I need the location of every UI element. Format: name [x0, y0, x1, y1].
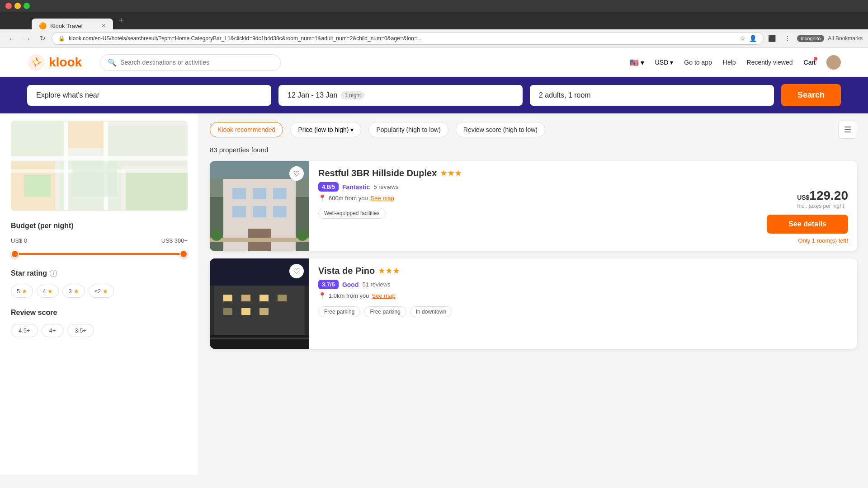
budget-slider[interactable]: [11, 249, 188, 258]
see-map-link-2[interactable]: See map: [372, 292, 396, 299]
star-icon: ★: [74, 288, 79, 295]
rooms-left-1: Only 1 room(s) left!: [798, 237, 848, 244]
price-block-1: US$129.20 Incl. taxes per night: [797, 188, 848, 215]
results-area: Klook recommended Price (low to high) ▾ …: [199, 113, 868, 475]
address-bar-actions: ☆ 👤: [740, 35, 757, 42]
property-card-2[interactable]: ♡ Vista de Pino ★ ★ ★ 3.7/5 Good 51 r: [210, 258, 857, 349]
profile-icon[interactable]: 👤: [749, 35, 757, 42]
language-selector[interactable]: 🇺🇸 ▾: [630, 58, 644, 67]
forward-button[interactable]: →: [21, 32, 33, 45]
svg-point-0: [28, 54, 44, 70]
flag-icon: 🇺🇸: [630, 58, 639, 67]
currency-label: USD: [655, 59, 669, 66]
klook-logo[interactable]: klook: [27, 53, 82, 71]
filter-icon-btn[interactable]: ☰: [838, 121, 857, 139]
sort-recommended-btn[interactable]: Klook recommended: [210, 122, 283, 137]
svg-rect-38: [210, 335, 309, 349]
map-preview[interactable]: [11, 121, 188, 211]
location-field[interactable]: Explore what's near: [27, 85, 271, 106]
window-maximize-btn[interactable]: [24, 3, 30, 9]
svg-rect-31: [223, 295, 232, 301]
location-field-text: Explore what's near: [36, 91, 99, 99]
search-icon: 🔍: [108, 58, 117, 67]
property-stars-1: ★ ★ ★: [440, 169, 461, 178]
property-card-1[interactable]: ♡ Restful 3BR Hillside Duplex ★ ★ ★ 4.8/…: [210, 161, 857, 251]
svg-rect-2: [11, 122, 64, 157]
logo-text: klook: [49, 55, 82, 70]
rating-row-1: 4.8/5 Fantastic 5 reviews: [318, 182, 749, 192]
star-filter-2[interactable]: ≤2 ★: [89, 285, 114, 298]
recently-viewed-link[interactable]: Recently viewed: [747, 59, 793, 66]
slider-thumb-left[interactable]: [11, 250, 19, 258]
see-map-link-1[interactable]: See map: [371, 195, 394, 202]
user-avatar[interactable]: [826, 55, 841, 70]
property-tag-2c: In downtown: [410, 306, 452, 317]
sort-review-btn[interactable]: Review score (high to low): [456, 122, 545, 137]
slider-thumb-right[interactable]: [179, 250, 188, 258]
svg-rect-13: [73, 161, 117, 197]
help-link[interactable]: Help: [723, 59, 736, 66]
back-button[interactable]: ←: [5, 32, 18, 45]
currency-selector[interactable]: USD ▾: [655, 59, 674, 66]
header-search-input[interactable]: [120, 59, 273, 66]
svg-rect-10: [11, 156, 188, 160]
wishlist-btn-2[interactable]: ♡: [289, 264, 304, 278]
search-button[interactable]: Search: [781, 84, 841, 106]
currency-caret: ▾: [670, 59, 673, 66]
url-text: klook.com/en-US/hotels/searchresult/?spm…: [69, 35, 736, 42]
window-minimize-btn[interactable]: [14, 3, 21, 9]
pin-icon-1: 📍: [318, 194, 326, 202]
svg-rect-7: [126, 170, 188, 210]
star-filter-5[interactable]: 5 ★: [11, 285, 33, 298]
tab-close-icon[interactable]: ✕: [101, 23, 106, 29]
property-tag-2a: Free parking: [318, 306, 360, 317]
header-search-bar[interactable]: 🔍: [100, 54, 281, 71]
window-close-btn[interactable]: [5, 3, 12, 9]
sort-price-label: Price (low to high): [298, 126, 349, 133]
browser-tab-bar: 🟠 Klook Travel ✕ +: [0, 12, 868, 29]
bookmark-icon[interactable]: ☆: [740, 35, 745, 42]
cart-notification-dot: [814, 57, 817, 61]
cart-button[interactable]: Cart: [804, 59, 816, 66]
goto-app-link[interactable]: Go to app: [684, 59, 712, 66]
review-count-1: 5 reviews: [373, 183, 398, 190]
extension-icon[interactable]: ⬛: [766, 33, 778, 44]
main-content: Budget (per night) US$ 0 US$ 300+ Star r…: [0, 113, 868, 475]
star-filter-4[interactable]: 4 ★: [37, 285, 59, 298]
sort-popularity-btn[interactable]: Popularity (high to low): [368, 122, 448, 137]
more-options-btn[interactable]: ⋮: [782, 33, 793, 44]
logo-icon: [27, 53, 45, 71]
review-score-filter: Review score 4.5+ 4+ 3.5+: [11, 309, 188, 337]
sort-price-btn[interactable]: Price (low to high) ▾: [290, 122, 361, 137]
window-controls[interactable]: [5, 3, 30, 9]
star-info-icon[interactable]: i: [50, 270, 57, 277]
wishlist-btn-1[interactable]: ♡: [289, 166, 304, 181]
dates-text: 12 Jan - 13 Jan: [288, 91, 337, 99]
property-tags-2: Free parking Free parking In downtown: [318, 303, 749, 317]
svg-rect-34: [278, 295, 287, 301]
price-currency-1: US$: [797, 194, 809, 201]
active-tab[interactable]: 🟠 Klook Travel ✕: [32, 19, 113, 29]
address-bar[interactable]: 🔒 klook.com/en-US/hotels/searchresult/?s…: [52, 32, 764, 45]
dates-field[interactable]: 12 Jan - 13 Jan 1 night: [278, 85, 523, 106]
refresh-button[interactable]: ↻: [36, 32, 49, 45]
review-filter-4.5[interactable]: 4.5+: [11, 324, 38, 337]
property-info-1: Restful 3BR Hillside Duplex ★ ★ ★ 4.8/5 …: [309, 161, 758, 251]
all-bookmarks-btn[interactable]: All Bookmarks: [828, 35, 863, 42]
review-filter-title: Review score: [11, 309, 188, 317]
review-filter-4[interactable]: 4+: [42, 324, 64, 337]
svg-rect-18: [232, 188, 246, 199]
new-tab-button[interactable]: +: [113, 12, 129, 29]
see-details-btn-1[interactable]: See details: [767, 215, 848, 234]
property-info-2: Vista de Pino ★ ★ ★ 3.7/5 Good 51 review…: [309, 258, 758, 349]
nights-badge: 1 night: [341, 91, 364, 99]
property-name-1: Restful 3BR Hillside Duplex ★ ★ ★: [318, 168, 749, 178]
star-filter-options: 5 ★ 4 ★ 3 ★ ≤2 ★: [11, 285, 188, 298]
star-icon: ★: [22, 288, 27, 295]
rating-badge-2: 3.7/5: [318, 280, 339, 289]
review-filter-3.5[interactable]: 3.5+: [67, 324, 94, 337]
review-filter-options: 4.5+ 4+ 3.5+: [11, 324, 188, 337]
star-filter-3[interactable]: 3 ★: [62, 285, 85, 298]
svg-rect-35: [223, 308, 232, 315]
guests-field[interactable]: 2 adults, 1 room: [530, 85, 774, 106]
